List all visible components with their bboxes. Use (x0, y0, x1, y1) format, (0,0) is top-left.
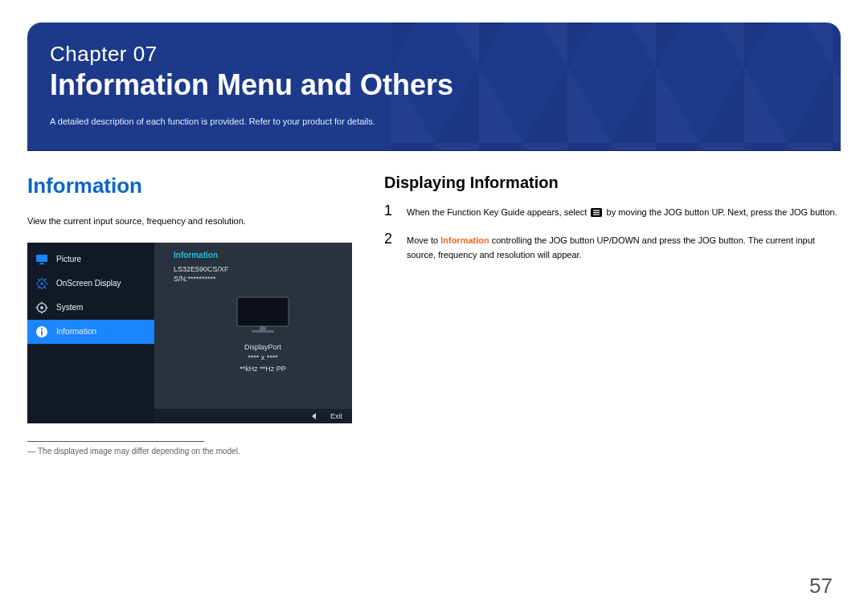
svg-rect-0 (36, 255, 47, 262)
step-body: Move to Information controlling the JOG … (407, 231, 841, 263)
osd-exit-label[interactable]: Exit (330, 412, 342, 420)
osd-screenshot: Picture OnScreen Display System (27, 243, 352, 423)
svg-rect-2 (39, 264, 45, 264)
footnote-text: The displayed image may differ depending… (38, 447, 240, 456)
step-1-text-b: by moving the JOG button UP. Next, press… (607, 207, 837, 217)
step-1-text-a: When the Function Key Guide appears, sel… (407, 207, 589, 217)
left-column: Information View the current input sourc… (27, 174, 352, 456)
step-number: 2 (384, 231, 397, 263)
osd-sidebar-label: System (56, 303, 83, 312)
osd-footer: Exit (154, 409, 352, 423)
osd-resolution: **** x **** (174, 353, 352, 364)
osd-info-panel: Information LS32E590CS/XF S/N:**********… (154, 243, 352, 423)
banner-pattern (391, 22, 841, 151)
osd-sidebar-item-system[interactable]: System (27, 296, 154, 320)
step-2-text-a: Move to (407, 235, 440, 245)
step-2-keyword: Information (440, 235, 489, 245)
right-column: Displaying Information 1 When the Functi… (384, 174, 841, 456)
manual-page: Chapter 07 Information Menu and Others A… (0, 0, 868, 613)
body-columns: Information View the current input sourc… (27, 174, 841, 456)
information-description: View the current input source, frequency… (27, 215, 352, 228)
svg-rect-15 (252, 330, 274, 333)
chapter-number: 07 (133, 42, 158, 66)
osd-sidebar-item-information[interactable]: Information (27, 320, 154, 344)
monitor-icon (35, 253, 48, 266)
svg-rect-19 (593, 214, 600, 215)
steps-list: 1 When the Function Key Guide appears, s… (384, 203, 841, 263)
svg-rect-14 (260, 326, 266, 330)
footnote-dash: ― (27, 447, 35, 456)
svg-rect-18 (593, 212, 600, 213)
osd-sidebar-label: Picture (56, 255, 81, 264)
section-heading-displaying: Displaying Information (384, 174, 841, 192)
svg-point-12 (41, 328, 43, 329)
osd-sidebar-label: Information (56, 327, 96, 336)
page-number: 57 (809, 574, 833, 599)
chapter-prefix: Chapter (50, 42, 133, 66)
chapter-banner: Chapter 07 Information Menu and Others A… (27, 22, 841, 151)
gear-icon (35, 301, 48, 314)
osd-model-number: LS32E590CS/XF (174, 264, 352, 275)
osd-monitor-illustration (235, 296, 290, 336)
osd-sidebar-item-picture[interactable]: Picture (27, 247, 154, 272)
osd-sidebar-item-onscreen-display[interactable]: OnScreen Display (27, 272, 154, 296)
osd-sidebar-label: OnScreen Display (56, 279, 121, 288)
info-icon (35, 325, 48, 338)
step-2: 2 Move to Information controlling the JO… (384, 231, 841, 263)
menu-icon (591, 206, 602, 222)
osd-serial-number: S/N:********** (174, 274, 352, 284)
footnote: ―The displayed image may differ dependin… (27, 447, 352, 456)
svg-rect-11 (41, 330, 43, 335)
osd-frequency: **kHz **Hz PP (174, 364, 352, 375)
left-arrow-icon[interactable] (312, 413, 316, 419)
step-body: When the Function Key Guide appears, sel… (407, 203, 841, 222)
svg-rect-13 (237, 297, 289, 326)
osd-sidebar: Picture OnScreen Display System (27, 243, 154, 423)
svg-point-5 (40, 306, 43, 309)
target-icon (35, 277, 48, 290)
svg-rect-17 (593, 210, 600, 210)
osd-port: DisplayPort (174, 342, 352, 353)
svg-point-3 (40, 282, 43, 284)
step-number: 1 (384, 203, 397, 222)
step-1: 1 When the Function Key Guide appears, s… (384, 203, 841, 222)
osd-panel-title: Information (174, 251, 352, 260)
footnote-rule (27, 441, 204, 442)
svg-rect-1 (40, 263, 43, 264)
section-heading-information: Information (27, 174, 352, 198)
